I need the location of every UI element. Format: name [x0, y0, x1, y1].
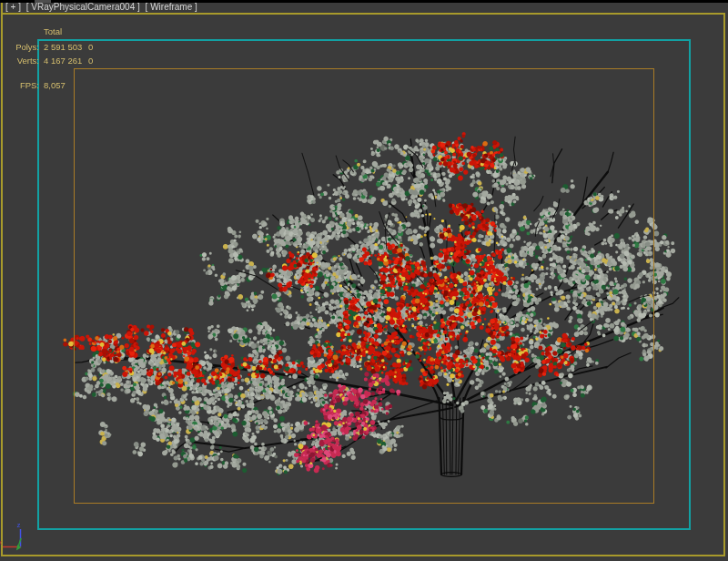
stats-extra: 0 [88, 42, 93, 52]
viewport-label: [ + ] [ VRayPhysicalCamera004 ] [ Wirefr… [5, 2, 200, 12]
stats-row-polys: Polys: 2 591 503 0 [13, 42, 93, 52]
stats-value: 4 167 261 [44, 56, 88, 66]
stats-label: Polys: [13, 42, 39, 52]
stats-row-fps: FPS: 8,057 [13, 80, 88, 90]
stats-label: Verts: [13, 56, 39, 66]
stats-label: FPS: [13, 80, 39, 90]
stats-value: 2 591 503 [44, 42, 88, 52]
stats-header: Total [44, 26, 62, 36]
stats-value: 8,057 [44, 80, 88, 90]
stats-row-verts: Verts: 4 167 261 0 [13, 56, 93, 66]
stats-extra: 0 [88, 56, 93, 66]
viewport-menu-camera[interactable]: [ VRayPhysicalCamera004 ] [26, 2, 140, 12]
viewport-window: [ + ] [ VRayPhysicalCamera004 ] [ Wirefr… [0, 0, 728, 561]
active-viewport-border-left [1, 3, 3, 556]
active-viewport-border-top [1, 13, 725, 15]
viewport-menu-pov[interactable]: [ + ] [5, 2, 21, 12]
world-axis-tripod: z x [0, 517, 36, 559]
active-viewport-border-bottom [1, 555, 725, 556]
active-viewport-border-right [723, 13, 725, 556]
axis-z-label: z [17, 521, 21, 529]
axis-x-label: x [0, 538, 2, 546]
safe-frame-title [74, 68, 654, 504]
viewport-menu-shading[interactable]: [ Wireframe ] [146, 2, 197, 12]
